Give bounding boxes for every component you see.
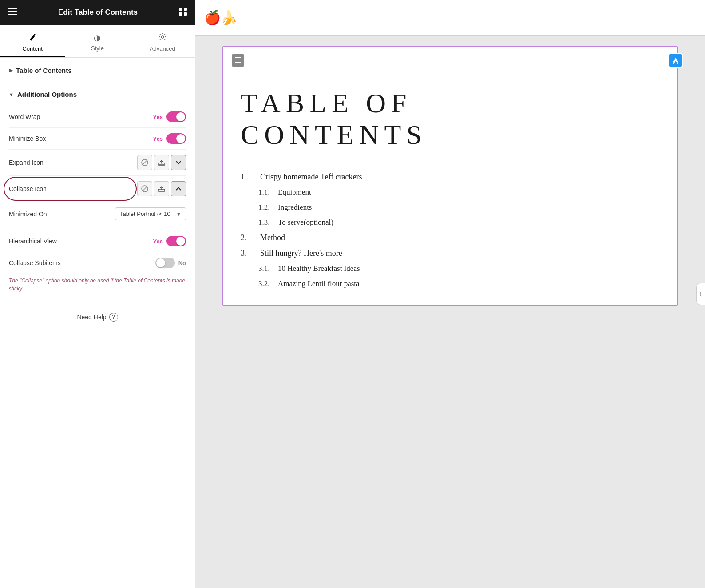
tab-content[interactable]: Content (0, 29, 65, 57)
toc-list: 1. Crispy homemade Teff crackers 1.1. Eq… (223, 160, 677, 305)
word-wrap-track[interactable] (166, 111, 186, 122)
advanced-tab-icon (158, 33, 166, 43)
svg-rect-4 (184, 8, 187, 11)
dropdown-arrow-icon: ▼ (176, 211, 181, 217)
collapse-icon-selector (137, 181, 186, 196)
toc-item-text: 10 Healthy Breakfast Ideas (278, 264, 360, 273)
toc-item-num: 1.3. (258, 218, 273, 227)
toc-section-header[interactable]: ▶ Table of Contents (0, 58, 195, 83)
help-circle-icon: ? (109, 313, 118, 322)
additional-options-label: Additional Options (17, 91, 77, 98)
word-wrap-thumb (176, 112, 185, 121)
hamburger-icon[interactable] (8, 8, 17, 17)
word-wrap-row: Word Wrap Yes (9, 106, 186, 128)
toc-item-text: Equipment (278, 188, 311, 197)
word-wrap-toggle[interactable]: Yes (153, 111, 186, 122)
hierarchical-view-toggle[interactable]: Yes (153, 236, 186, 246)
panel-collapse-button[interactable] (696, 283, 705, 305)
collapse-icon-none-btn[interactable] (137, 181, 152, 196)
minimized-on-label: Minimized On (9, 211, 47, 218)
additional-options-header[interactable]: ▼ Additional Options (9, 91, 186, 98)
svg-line-9 (143, 160, 147, 165)
collapse-icon-upload-btn[interactable] (154, 181, 169, 196)
collapse-subitems-value: No (178, 260, 186, 266)
top-bar: 🍎🍌 (195, 0, 705, 36)
header-title: Edit Table of Contents (58, 8, 138, 17)
collapse-subitems-toggle[interactable]: No (155, 258, 186, 268)
toc-item-num: 1.2. (258, 203, 273, 212)
collapse-icon-row: Collapse Icon (9, 176, 186, 202)
svg-rect-2 (8, 14, 17, 15)
minimize-box-thumb (176, 134, 185, 143)
dashed-border-placeholder (222, 313, 678, 330)
toc-item-num: 1.1. (258, 188, 273, 197)
toc-item-num: 3.2. (258, 279, 273, 288)
svg-rect-15 (235, 60, 241, 60)
minimized-on-row: Minimized On Tablet Portrait (< 10 ▼ (9, 202, 186, 226)
grid-icon[interactable] (179, 8, 187, 18)
svg-rect-6 (184, 12, 187, 16)
svg-rect-0 (8, 8, 17, 9)
svg-rect-3 (179, 8, 182, 11)
collapse-icon-chevron-btn[interactable] (171, 181, 186, 196)
toc-item-text: To serve(optional) (278, 218, 333, 227)
toc-widget-header (223, 47, 677, 74)
toc-list-item[interactable]: 3. Still hungry? Here's more (241, 246, 660, 261)
toc-title-line2: CONTENTS (241, 119, 660, 151)
word-wrap-label: Word Wrap (9, 113, 40, 120)
minimize-box-toggle[interactable]: Yes (153, 133, 186, 144)
svg-rect-5 (179, 12, 182, 16)
collapse-subitems-track[interactable] (155, 258, 175, 268)
minimize-box-value: Yes (153, 135, 163, 142)
tab-advanced[interactable]: Advanced (130, 29, 195, 57)
collapse-subitems-row: Collapse Subitems No (9, 252, 186, 274)
toc-list-item[interactable]: 1.1. Equipment (241, 185, 660, 200)
minimized-on-dropdown[interactable]: Tablet Portrait (< 10 ▼ (115, 207, 186, 220)
toc-list-item[interactable]: 1.3. To serve(optional) (241, 215, 660, 230)
toc-list-item[interactable]: 1. Crispy homemade Teff crackers (241, 169, 660, 185)
hierarchical-view-row: Hierarchical View Yes (9, 230, 186, 252)
hierarchical-view-track[interactable] (166, 236, 186, 246)
toc-item-num: 2. (241, 233, 256, 242)
need-help-section[interactable]: Need Help ? (0, 300, 195, 330)
svg-rect-16 (235, 62, 241, 63)
minimized-on-value: Tablet Portrait (< 10 (120, 211, 170, 217)
toc-collapse-button[interactable] (669, 53, 683, 68)
toc-item-text: Crispy homemade Teff crackers (260, 172, 362, 182)
toc-section-arrow: ▶ (9, 68, 12, 73)
svg-rect-13 (158, 189, 165, 191)
toc-list-item[interactable]: 2. Method (241, 230, 660, 246)
minimize-box-row: Minimize Box Yes (9, 128, 186, 150)
style-tab-icon: ◑ (94, 33, 101, 43)
expand-icon-chevron-btn[interactable] (171, 155, 186, 170)
header: Edit Table of Contents (0, 0, 195, 25)
tab-style[interactable]: ◑ Style (65, 29, 130, 57)
expand-icon-selector (137, 155, 186, 170)
widget-handle-icon (235, 57, 241, 64)
svg-rect-1 (8, 11, 17, 12)
toc-item-text: Method (260, 233, 285, 242)
expand-icon-none-btn[interactable] (137, 155, 152, 170)
toc-list-item[interactable]: 3.2. Amazing Lentil flour pasta (241, 276, 660, 291)
widget-handle[interactable] (232, 54, 244, 67)
expand-icon-label: Expand Icon (9, 159, 44, 166)
content-tab-label: Content (22, 45, 43, 52)
toc-item-text: Still hungry? Here's more (260, 249, 342, 258)
expand-icon-upload-btn[interactable] (154, 155, 169, 170)
svg-point-7 (161, 36, 164, 38)
advanced-tab-label: Advanced (150, 45, 175, 52)
toc-section: ▶ Table of Contents (0, 58, 195, 83)
content-tab-icon (28, 33, 36, 43)
minimize-box-track[interactable] (166, 133, 186, 144)
expand-icon-row: Expand Icon (9, 150, 186, 176)
toc-list-item[interactable]: 3.1. 10 Healthy Breakfast Ideas (241, 261, 660, 276)
additional-options-arrow: ▼ (9, 92, 14, 97)
toc-widget: TABLE OF CONTENTS 1. Crispy homemade Tef… (222, 46, 678, 306)
left-panel: Edit Table of Contents Content ◑ Style (0, 0, 195, 588)
collapse-subitems-thumb (156, 258, 165, 267)
hierarchical-view-label: Hierarchical View (9, 238, 57, 245)
hierarchical-view-thumb (176, 237, 185, 246)
collapse-icon-label: Collapse Icon (9, 185, 47, 192)
toc-list-item[interactable]: 1.2. Ingredients (241, 200, 660, 215)
need-help-label: Need Help (77, 314, 106, 321)
